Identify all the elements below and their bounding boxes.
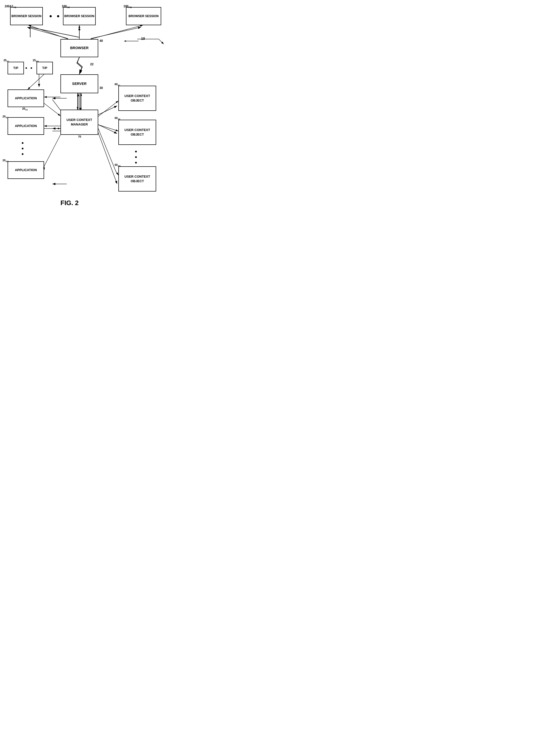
uco1-label: USER CONTEXT OBJECT — [119, 94, 156, 103]
ucm-box: USER CONTEXT MANAGER — [60, 110, 98, 135]
browser-session-1-label: BROWSER SESSION — [11, 14, 41, 19]
appn-ref: 20AN — [3, 159, 9, 162]
svg-line-3 — [30, 27, 79, 37]
browser-session-2-ref: 100A2 — [62, 5, 70, 9]
appn-label: APPLICATION — [15, 168, 37, 172]
tpn-box: T/P — [36, 62, 53, 74]
browser-ref: 40 — [99, 39, 103, 42]
browser-session-2-box: BROWSER SESSION — [63, 7, 96, 25]
app2-label: APPLICATION — [15, 124, 37, 128]
browser-session-n-ref: 100AN — [124, 5, 132, 9]
svg-line-37 — [98, 129, 116, 171]
system-arrow-svg — [124, 36, 143, 44]
svg-line-33 — [44, 135, 60, 166]
tp-dots: ● ● — [25, 66, 33, 70]
ucon-ref: 60AN — [115, 163, 121, 167]
browser-box: BROWSER — [60, 39, 98, 57]
tpn-label: T/P — [42, 66, 47, 70]
session-dots: ● ● — [49, 13, 61, 19]
svg-line-30 — [44, 103, 60, 116]
diagram: BROWSER SESSION 100A1A1 BROWSER SESSION … — [0, 0, 179, 252]
browser-session-1-ref: 100A1A1 — [5, 5, 16, 9]
server-box: SERVER — [60, 74, 98, 93]
tpn-ref: 25AN — [33, 59, 39, 63]
svg-line-4 — [27, 27, 68, 38]
app-dots: ● ● ● — [22, 141, 25, 156]
server-label: SERVER — [72, 82, 86, 87]
app1-box: APPLICATION — [8, 89, 44, 107]
svg-line-40 — [159, 39, 164, 44]
app2-ref: 20A2 — [3, 115, 8, 119]
app1-ref: 20A1 — [22, 107, 28, 111]
appn-box: APPLICATION — [8, 161, 44, 179]
tp1-box: T/P — [8, 62, 24, 74]
uco1-ref: 60A1 — [115, 83, 120, 87]
app2-box: APPLICATION — [8, 117, 44, 135]
uco2-ref: 60A2 — [115, 116, 120, 120]
svg-line-23 — [28, 25, 68, 39]
svg-line-18 — [96, 126, 117, 184]
svg-line-16 — [96, 106, 117, 116]
ref-22: 22 — [90, 63, 93, 66]
ucon-label: USER CONTEXT OBJECT — [119, 174, 156, 184]
uco2-label: USER CONTEXT OBJECT — [119, 128, 156, 137]
ucm-label: USER CONTEXT MANAGER — [61, 118, 98, 127]
uco2-box: USER CONTEXT OBJECT — [118, 120, 156, 145]
browser-session-2-label: BROWSER SESSION — [64, 14, 94, 19]
fig-label: FIG. 2 — [60, 199, 79, 207]
uco-dots: ● ● ● — [135, 149, 138, 165]
svg-marker-20 — [124, 40, 126, 42]
tp1-ref: 25A1 — [4, 59, 9, 63]
browser-label: BROWSER — [70, 46, 88, 51]
tp1-label: T/P — [13, 66, 18, 70]
ucon-box: USER CONTEXT OBJECT — [118, 166, 156, 192]
svg-line-38 — [116, 171, 118, 175]
svg-line-26 — [28, 74, 44, 89]
svg-line-36 — [98, 125, 118, 131]
ucm-ref: 70 — [78, 135, 81, 138]
server-ref: 30 — [99, 86, 103, 90]
browser-session-n-label: BROWSER SESSION — [129, 14, 158, 19]
browser-session-1-box: BROWSER SESSION — [10, 7, 43, 25]
svg-line-17 — [96, 124, 117, 134]
uco1-box: USER CONTEXT OBJECT — [118, 86, 156, 111]
browser-session-n-box: BROWSER SESSION — [126, 7, 161, 25]
app1-label: APPLICATION — [15, 96, 37, 100]
svg-line-35 — [98, 101, 118, 116]
